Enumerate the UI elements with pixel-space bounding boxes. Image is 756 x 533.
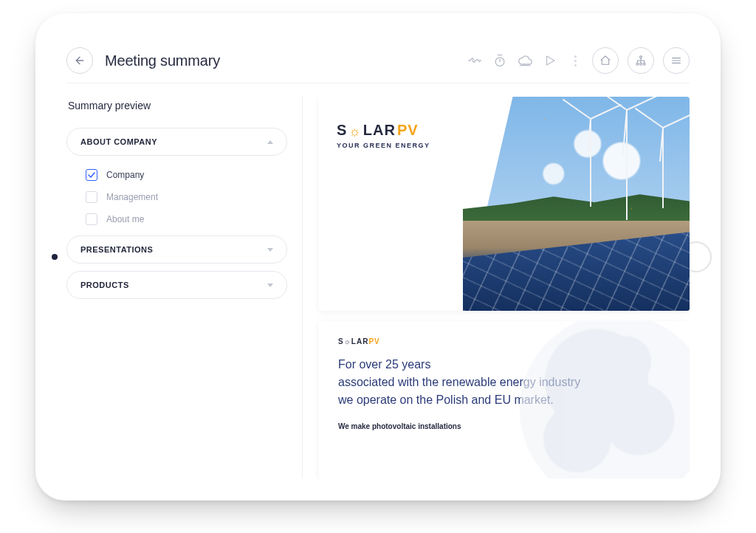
tablet-camera — [52, 254, 58, 260]
section-products[interactable]: PRODUCTS — [66, 271, 287, 299]
tablet-frame: Meeting summary — [35, 13, 721, 501]
chevron-up-icon — [267, 140, 273, 144]
checkbox-label: About me — [106, 214, 144, 224]
home-button[interactable] — [592, 47, 619, 74]
org-chart-button[interactable] — [628, 47, 654, 74]
svg-marker-2 — [547, 56, 555, 65]
brand-text: S☼LAR — [338, 337, 368, 345]
chevron-down-icon — [267, 283, 273, 287]
sidebar-title: Summary preview — [68, 100, 287, 111]
sun-icon: ☼ — [348, 124, 362, 140]
checkbox-icon — [86, 191, 97, 203]
more-divider-icon — [570, 55, 580, 66]
play-icon[interactable] — [542, 52, 558, 69]
section-presentations[interactable]: PRESENTATIONS — [66, 235, 287, 264]
timer-icon[interactable] — [492, 52, 508, 69]
arrow-left-icon — [74, 55, 86, 66]
cloud-upload-icon[interactable] — [517, 52, 533, 69]
checkbox-company[interactable]: Company — [86, 169, 283, 181]
top-bar: Meeting summary — [66, 38, 690, 83]
brand-text: S — [337, 122, 347, 139]
brand-text: PV — [397, 122, 419, 139]
brand-text: LAR — [363, 122, 396, 139]
brand-tagline: YOUR GREEN ENERGY — [337, 142, 463, 149]
wind-turbine-icon — [662, 127, 664, 208]
preview-slide-2[interactable]: S☼LARPV For over 25 years associated wit… — [319, 321, 690, 478]
section-label: PRESENTATIONS — [80, 245, 153, 254]
checkbox-management[interactable]: Management — [86, 191, 283, 203]
menu-button[interactable] — [663, 47, 690, 74]
slide-hero-image — [463, 97, 690, 311]
back-button[interactable] — [66, 47, 93, 74]
summary-sidebar: Summary preview ABOUT COMPANY Company — [66, 97, 303, 478]
brand-logo: S ☼ LAR PV — [337, 122, 463, 139]
chevron-down-icon — [267, 248, 273, 252]
toolbar-icons — [467, 47, 690, 74]
section-about-company[interactable]: ABOUT COMPANY — [66, 128, 287, 156]
preview-panel: S ☼ LAR PV YOUR GREEN ENERGY — [303, 97, 690, 478]
content-area: Summary preview ABOUT COMPANY Company — [66, 83, 690, 478]
accordion: ABOUT COMPANY Company Management — [66, 128, 287, 299]
section-about-company-body: Company Management About me — [66, 163, 287, 228]
checkbox-label: Company — [106, 170, 144, 180]
page-title: Meeting summary — [105, 52, 220, 69]
brand-block: S ☼ LAR PV YOUR GREEN ENERGY — [319, 97, 463, 311]
checkbox-icon — [86, 169, 97, 181]
checkbox-label: Management — [106, 192, 158, 202]
section-label: ABOUT COMPANY — [80, 137, 157, 146]
checkbox-icon — [86, 213, 97, 225]
checkbox-about-me[interactable]: About me — [86, 213, 283, 225]
brand-text: PV — [368, 337, 379, 345]
preview-slide-1[interactable]: S ☼ LAR PV YOUR GREEN ENERGY — [319, 97, 690, 311]
section-label: PRODUCTS — [80, 281, 129, 289]
app-screen: Meeting summary — [66, 38, 690, 478]
globe-graphic — [520, 321, 690, 478]
handshake-icon[interactable] — [467, 52, 483, 69]
